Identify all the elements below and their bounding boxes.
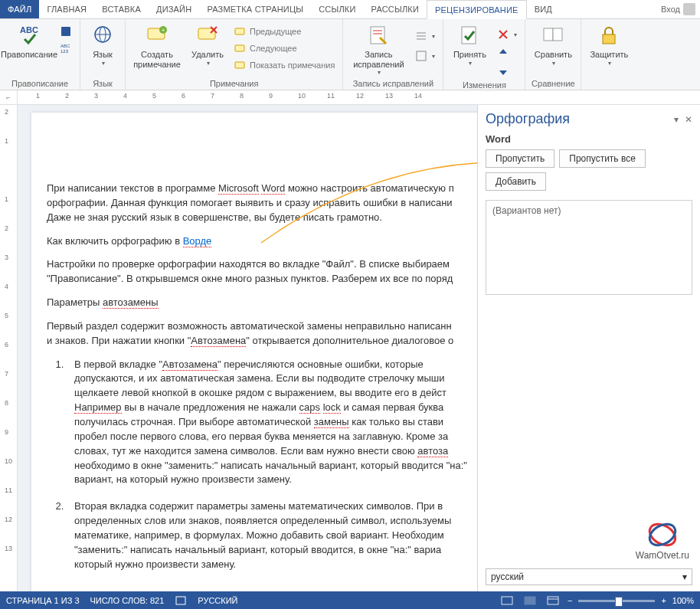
status-proofing[interactable] bbox=[175, 594, 187, 607]
նchevron-down-icon: ▾ bbox=[552, 60, 555, 67]
pane-close-icon[interactable]: ✕ bbox=[685, 114, 692, 125]
pane-menu-icon[interactable]: ▾ bbox=[674, 114, 679, 125]
spelling-label: Правописание bbox=[1, 50, 57, 60]
arrow-up-icon bbox=[497, 47, 509, 59]
svg-rect-14 bbox=[235, 45, 244, 51]
language-button[interactable]: Язык▾ bbox=[85, 21, 120, 67]
new-comment-button[interactable]: + Создать примечание bbox=[130, 21, 184, 69]
svg-text:+: + bbox=[162, 27, 165, 34]
status-page[interactable]: СТРАНИЦА 1 ИЗ 3 bbox=[6, 596, 80, 605]
svg-rect-15 bbox=[235, 62, 244, 68]
view-read-button[interactable] bbox=[499, 594, 515, 607]
svg-rect-31 bbox=[176, 597, 185, 604]
prev-change-button[interactable] bbox=[494, 45, 520, 61]
tab-file[interactable]: ФАЙЛ bbox=[0, 0, 39, 18]
link-word[interactable]: Ворде bbox=[183, 235, 212, 247]
reject-button[interactable]: ▾ bbox=[494, 27, 520, 42]
tab-insert[interactable]: ВСТАВКА bbox=[94, 0, 149, 18]
spell-error[interactable]: автозамены bbox=[103, 296, 159, 309]
view-web-button[interactable] bbox=[545, 594, 561, 607]
compare-button[interactable]: Сравнить▾ bbox=[530, 21, 576, 67]
document-viewport[interactable]: При написании текстов в программе Micros… bbox=[18, 105, 477, 591]
arrow-down-icon bbox=[497, 65, 509, 77]
tab-references[interactable]: ССЫЛКИ bbox=[311, 0, 363, 18]
zoom-value[interactable]: 100% bbox=[672, 596, 694, 605]
comment-prev-icon bbox=[234, 25, 247, 38]
skip-all-button[interactable]: Пропустить все bbox=[559, 149, 646, 168]
svg-rect-33 bbox=[525, 597, 535, 604]
zoom-in-button[interactable]: + bbox=[661, 596, 666, 605]
track-changes-button[interactable]: Запись исправлений▾ bbox=[348, 21, 409, 76]
next-comment-button[interactable]: Следующее bbox=[231, 41, 338, 56]
group-tracking-label: Запись исправлений bbox=[348, 77, 438, 90]
spelling-pane: Орфография ▾✕ Word Пропустить Пропустить… bbox=[477, 105, 700, 591]
tab-view[interactable]: ВИД bbox=[527, 0, 560, 18]
globe-icon bbox=[90, 24, 115, 48]
login-button[interactable]: Вход bbox=[656, 0, 700, 18]
svg-text:ABC: ABC bbox=[20, 25, 38, 34]
protect-button[interactable]: Защитить▾ bbox=[586, 21, 632, 67]
group-comments: + Создать примечание Удалить▾ Предыдущее… bbox=[126, 19, 343, 90]
thesaurus-button[interactable] bbox=[57, 24, 75, 39]
tab-review[interactable]: РЕЦЕНЗИРОВАНИЕ bbox=[427, 0, 527, 19]
ruler-horizontal: ⌐ 1234567891011121314 bbox=[0, 90, 700, 105]
group-compare-label: Сравнение bbox=[530, 77, 576, 90]
delete-comment-label: Удалить bbox=[191, 50, 224, 60]
ruler-corner: ⌐ bbox=[0, 90, 18, 104]
delete-comment-button[interactable]: Удалить▾ bbox=[187, 21, 228, 67]
accept-button[interactable]: Принять▾ bbox=[448, 21, 491, 67]
book-icon bbox=[60, 25, 72, 38]
count-icon: ABC123 bbox=[60, 42, 72, 54]
chevron-down-icon: ▾ bbox=[682, 571, 687, 582]
group-comments-label: Примечания bbox=[130, 77, 338, 90]
chevron-down-icon: ▾ bbox=[207, 60, 210, 67]
skip-button[interactable]: Пропустить bbox=[486, 149, 554, 168]
logo-icon bbox=[646, 518, 679, 552]
track-changes-label: Запись исправлений bbox=[353, 50, 404, 69]
reject-icon bbox=[497, 28, 509, 41]
track-icon bbox=[366, 24, 391, 48]
document-page: При написании текстов в программе Micros… bbox=[31, 113, 477, 591]
view-print-button[interactable] bbox=[522, 594, 538, 607]
zoom-out-button[interactable]: − bbox=[568, 596, 572, 605]
svg-rect-28 bbox=[603, 34, 615, 44]
svg-rect-27 bbox=[553, 28, 562, 41]
group-changes-label: Изменения bbox=[448, 79, 520, 91]
svg-rect-26 bbox=[544, 28, 553, 41]
next-change-button[interactable] bbox=[494, 64, 520, 79]
show-comments-button[interactable]: Показать примечания bbox=[231, 57, 338, 73]
chevron-down-icon: ▾ bbox=[102, 60, 105, 67]
new-comment-label: Создать примечание bbox=[133, 50, 181, 69]
tab-design[interactable]: ДИЗАЙН bbox=[149, 0, 199, 18]
watermark-logo: WamOtvet.ru bbox=[636, 518, 689, 561]
accept-label: Принять bbox=[453, 50, 486, 60]
tab-mailings[interactable]: РАССЫЛКИ bbox=[364, 0, 427, 18]
wordcount-button[interactable]: ABC123 bbox=[57, 41, 75, 56]
svg-rect-32 bbox=[502, 597, 512, 604]
tracking-opt2[interactable]: ▾ bbox=[412, 48, 438, 64]
language-label: Язык bbox=[93, 50, 113, 60]
chevron-down-icon: ▾ bbox=[469, 60, 472, 67]
chevron-down-icon: ▾ bbox=[378, 69, 381, 76]
spell-error[interactable]: Word bbox=[261, 182, 285, 195]
status-language[interactable]: РУССКИЙ bbox=[198, 596, 237, 605]
compare-label: Сравнить bbox=[535, 50, 572, 60]
add-button[interactable]: Добавить bbox=[486, 172, 546, 191]
language-select[interactable]: русский▾ bbox=[486, 568, 692, 585]
spell-error[interactable]: Microsoft bbox=[218, 182, 259, 195]
avatar-icon bbox=[683, 3, 695, 15]
pane-current-word: Word bbox=[478, 133, 700, 149]
group-protect: Защитить▾ bbox=[581, 19, 636, 90]
protect-label: Защитить bbox=[590, 50, 628, 60]
ruler-vertical: 2112345678910111213 bbox=[0, 105, 18, 591]
svg-rect-23 bbox=[462, 27, 476, 44]
status-words[interactable]: ЧИСЛО СЛОВ: 821 bbox=[90, 596, 165, 605]
prev-comment-button[interactable]: Предыдущее bbox=[231, 24, 338, 39]
svg-rect-34 bbox=[548, 597, 558, 604]
spell-error[interactable]: Автозамена bbox=[191, 335, 246, 347]
spelling-button[interactable]: ABC Правописание bbox=[5, 21, 54, 60]
tracking-opt1[interactable]: ▾ bbox=[412, 28, 438, 44]
tab-layout[interactable]: РАЗМЕТКА СТРАНИЦЫ bbox=[199, 0, 311, 18]
zoom-slider[interactable] bbox=[578, 600, 655, 602]
tab-home[interactable]: ГЛАВНАЯ bbox=[39, 0, 94, 18]
